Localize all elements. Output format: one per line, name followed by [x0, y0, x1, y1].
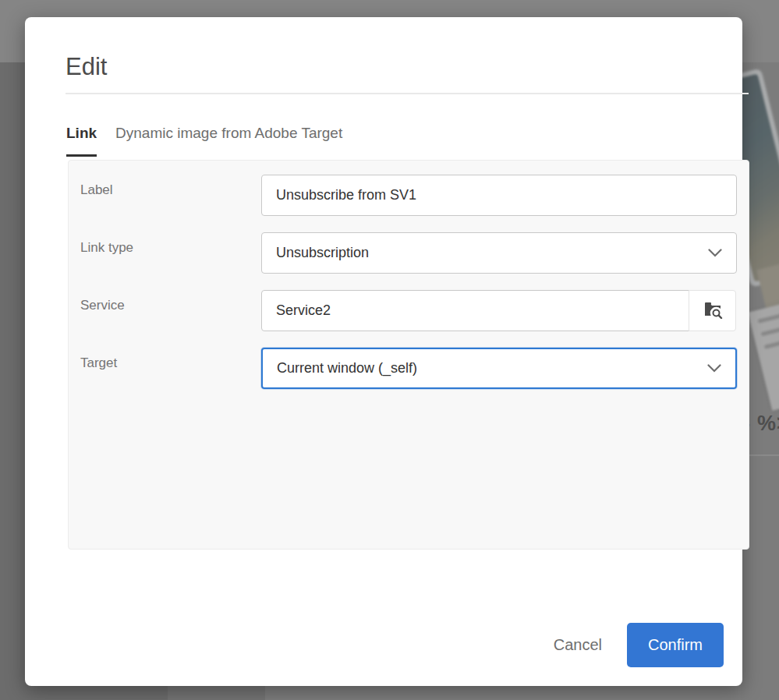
- cancel-button[interactable]: Cancel: [554, 636, 602, 654]
- dialog-tabs: Link Dynamic image from Adobe Target: [66, 125, 342, 157]
- field-row-service: Service Service2: [69, 290, 749, 331]
- label-field-caption: Label: [69, 175, 261, 198]
- label-input-value: Unsubscribe from SV1: [276, 187, 416, 203]
- dialog-title: Edit: [66, 53, 107, 81]
- edit-dialog: Edit Link Dynamic image from Adobe Targe…: [25, 17, 742, 686]
- service-caption: Service: [69, 290, 261, 313]
- link-type-caption: Link type: [69, 232, 261, 256]
- folder-search-icon: [703, 300, 723, 322]
- target-caption: Target: [69, 348, 261, 371]
- confirm-button[interactable]: Confirm: [627, 623, 724, 667]
- tab-dynamic-image[interactable]: Dynamic image from Adobe Target: [115, 125, 342, 157]
- dialog-footer: Cancel Confirm: [554, 623, 724, 667]
- link-type-value: Unsubscription: [276, 245, 369, 261]
- link-type-select[interactable]: Unsubscription: [261, 232, 737, 274]
- target-select[interactable]: Current window (_self): [261, 348, 737, 389]
- link-form-panel: Label Unsubscribe from SV1 Link type Uns…: [68, 160, 749, 550]
- tab-link[interactable]: Link: [66, 125, 97, 157]
- field-row-target: Target Current window (_self): [69, 348, 749, 389]
- title-divider: [66, 93, 749, 94]
- chevron-down-icon: [707, 360, 721, 377]
- service-input[interactable]: Service2: [261, 290, 689, 331]
- service-picker-button[interactable]: [689, 290, 736, 331]
- service-input-value: Service2: [276, 302, 331, 319]
- field-row-link-type: Link type Unsubscription: [69, 232, 749, 274]
- chevron-down-icon: [708, 245, 722, 261]
- target-value: Current window (_self): [277, 360, 417, 377]
- field-row-label: Label Unsubscribe from SV1: [69, 175, 749, 216]
- label-input[interactable]: Unsubscribe from SV1: [261, 175, 737, 216]
